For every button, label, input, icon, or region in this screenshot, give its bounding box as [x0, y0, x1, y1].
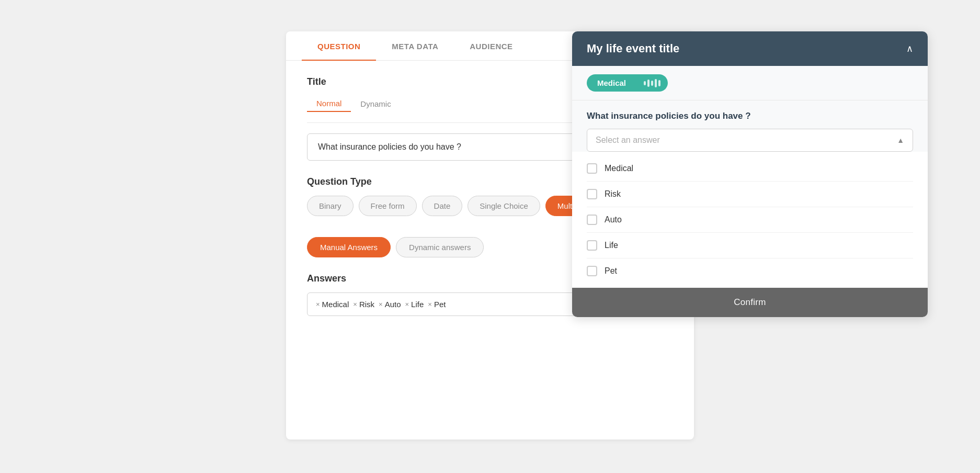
- bar-4: [655, 79, 657, 87]
- type-singlechoice[interactable]: Single Choice: [468, 196, 540, 216]
- tag-pet-remove[interactable]: ×: [428, 300, 432, 308]
- type-freeform[interactable]: Free form: [359, 196, 417, 216]
- medical-pill[interactable]: Medical: [587, 74, 636, 92]
- tag-medical-label: Medical: [322, 300, 349, 309]
- tag-life-remove[interactable]: ×: [405, 300, 409, 308]
- option-medical-label: Medical: [605, 164, 633, 173]
- option-pet[interactable]: Pet: [587, 258, 913, 284]
- confirm-button[interactable]: Confirm: [572, 288, 928, 317]
- tag-auto-label: Auto: [385, 300, 401, 309]
- type-binary[interactable]: Binary: [307, 196, 354, 216]
- tag-auto-remove[interactable]: ×: [379, 300, 383, 308]
- option-pet-label: Pet: [605, 266, 617, 276]
- checkbox-medical[interactable]: [587, 163, 597, 174]
- medical-tab-row: Medical: [572, 66, 928, 100]
- tag-medical-remove[interactable]: ×: [316, 300, 320, 308]
- checkbox-auto[interactable]: [587, 215, 597, 225]
- preview-title: My life event title: [587, 42, 679, 55]
- select-dropdown[interactable]: Select an answer ▲: [587, 129, 913, 152]
- preview-header: My life event title ∧: [572, 31, 928, 66]
- dynamic-toggle-btn[interactable]: Dynamic: [351, 96, 400, 112]
- tag-risk: × Risk: [353, 300, 374, 309]
- options-list: Medical Risk Auto Life Pet: [572, 152, 928, 288]
- normal-toggle-btn[interactable]: Normal: [307, 96, 351, 112]
- bar-2: [647, 80, 649, 87]
- select-placeholder: Select an answer: [596, 136, 660, 145]
- tab-metadata[interactable]: META DATA: [376, 31, 454, 60]
- bar-3: [651, 81, 653, 86]
- option-auto[interactable]: Auto: [587, 207, 913, 233]
- checkbox-life[interactable]: [587, 240, 597, 251]
- option-auto-label: Auto: [605, 215, 622, 224]
- preview-chevron-icon[interactable]: ∧: [906, 43, 913, 54]
- dynamic-answers-btn[interactable]: Dynamic answers: [396, 237, 484, 257]
- option-life-label: Life: [605, 241, 618, 250]
- tag-pet: × Pet: [428, 300, 446, 309]
- tag-risk-label: Risk: [359, 300, 374, 309]
- tab-question[interactable]: QUESTION: [302, 31, 376, 60]
- tag-medical: × Medical: [316, 300, 349, 309]
- option-risk-label: Risk: [605, 189, 621, 199]
- preview-question-area: What insurance policies do you have ? Se…: [572, 100, 928, 152]
- select-arrow-icon: ▲: [897, 136, 904, 144]
- checkbox-pet[interactable]: [587, 266, 597, 276]
- tag-life-label: Life: [411, 300, 424, 309]
- page-container: QUESTION META DATA AUDIENCE × Title Norm…: [10, 10, 970, 473]
- preview-question-text: What insurance policies do you have ?: [587, 111, 913, 121]
- preview-panel: My life event title ∧ Medical What insur…: [572, 31, 928, 317]
- option-medical[interactable]: Medical: [587, 156, 913, 182]
- tag-risk-remove[interactable]: ×: [353, 300, 357, 308]
- tab-audience[interactable]: AUDIENCE: [454, 31, 528, 60]
- checkbox-risk[interactable]: [587, 189, 597, 199]
- tag-pet-label: Pet: [434, 300, 446, 309]
- bar-1: [644, 81, 646, 85]
- bar-5: [658, 80, 660, 86]
- medical-bars-icon: [636, 74, 668, 92]
- option-risk[interactable]: Risk: [587, 182, 913, 207]
- tag-auto: × Auto: [379, 300, 401, 309]
- manual-answers-btn[interactable]: Manual Answers: [307, 237, 391, 257]
- type-date[interactable]: Date: [422, 196, 463, 216]
- tag-life: × Life: [405, 300, 424, 309]
- option-life[interactable]: Life: [587, 233, 913, 258]
